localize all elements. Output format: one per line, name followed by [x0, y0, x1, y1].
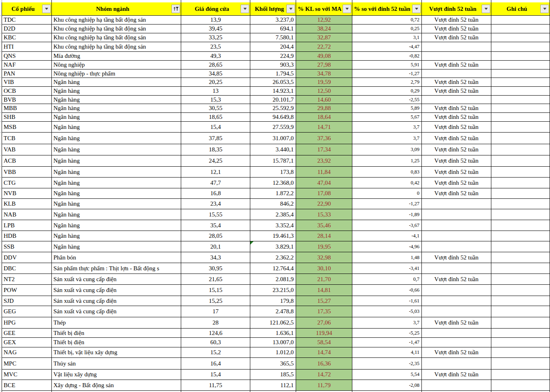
cell-peak_pct[interactable]: -0,66 — [352, 285, 422, 296]
cell-volume[interactable]: 2.362,2 — [250, 252, 296, 263]
cell-industry[interactable]: Ngân hàng — [52, 220, 181, 231]
header-cell-peak_pct[interactable]: % so với đỉnh 52 tuần — [352, 2, 422, 16]
cell-note[interactable] — [491, 252, 550, 263]
cell-volume[interactable]: 3.352,4 — [250, 220, 296, 231]
cell-volume[interactable]: 15.787,1 — [250, 155, 296, 167]
cell-peak_label[interactable] — [422, 380, 491, 391]
cell-close[interactable]: 16,4 — [181, 358, 250, 370]
cell-industry[interactable]: Sản phẩm thực phẩm : Thịt lợn - Bất động… — [52, 263, 181, 274]
cell-close[interactable]: 37,85 — [181, 133, 250, 144]
cell-volume[interactable]: 7.580,1 — [250, 33, 296, 42]
cell-volume[interactable]: 26.053,5 — [250, 78, 296, 87]
filter-dropdown-button-ticker[interactable] — [42, 5, 51, 13]
cell-close[interactable]: 30,55 — [181, 104, 250, 113]
filter-dropdown-button-peak_label[interactable] — [482, 5, 490, 13]
cell-peak_pct[interactable]: -1,27 — [352, 69, 422, 78]
cell-industry[interactable]: Thiết bị điện — [52, 329, 181, 338]
cell-industry[interactable]: Sản xuất và cung cấp điện — [52, 296, 181, 306]
cell-ticker[interactable]: NAB — [2, 209, 52, 220]
cell-peak_label[interactable] — [422, 69, 491, 78]
cell-peak_label[interactable] — [422, 263, 491, 274]
cell-industry[interactable]: Khu công nghiệp hạ tầng bất động sản — [52, 16, 181, 24]
cell-ticker[interactable]: ACB — [2, 155, 52, 167]
header-cell-volume[interactable]: Khối lượng — [250, 2, 296, 16]
cell-vol_ma_pct[interactable]: 19,59 — [296, 78, 352, 87]
cell-peak_label[interactable]: Vượt đỉnh 52 tuần — [422, 113, 491, 122]
cell-volume[interactable]: 185,5 — [250, 370, 296, 380]
cell-volume[interactable]: 903,3 — [250, 61, 296, 69]
cell-note[interactable] — [491, 285, 550, 296]
cell-peak_label[interactable]: Vượt đỉnh 52 tuần — [422, 347, 491, 358]
cell-vol_ma_pct[interactable]: 22,72 — [296, 42, 352, 52]
cell-industry[interactable]: Phân bón — [52, 252, 181, 263]
cell-vol_ma_pct[interactable]: 38,24 — [296, 24, 352, 33]
cell-close[interactable]: 35,4 — [181, 220, 250, 231]
cell-volume[interactable]: 12.368,0 — [250, 178, 296, 188]
cell-vol_ma_pct[interactable]: 37,36 — [296, 133, 352, 144]
cell-note[interactable] — [491, 199, 550, 209]
cell-peak_label[interactable] — [422, 241, 491, 252]
cell-volume[interactable]: 365,5 — [250, 358, 296, 370]
cell-industry[interactable]: Ngân hàng — [52, 113, 181, 122]
cell-peak_label[interactable] — [422, 52, 491, 61]
cell-note[interactable] — [491, 370, 550, 380]
cell-vol_ma_pct[interactable]: 17,34 — [296, 144, 352, 155]
cell-peak_pct[interactable]: -1,89 — [352, 209, 422, 220]
cell-vol_ma_pct[interactable]: 11,84 — [296, 167, 352, 178]
header-cell-vol_ma_pct[interactable]: % KL so với MA — [296, 2, 352, 16]
cell-industry[interactable]: Ngân hàng — [52, 133, 181, 144]
cell-vol_ma_pct[interactable]: 49,08 — [296, 52, 352, 61]
cell-industry[interactable]: Ngân hàng — [52, 122, 181, 133]
cell-vol_ma_pct[interactable]: 35,46 — [296, 220, 352, 231]
cell-ticker[interactable]: VAB — [2, 144, 52, 155]
cell-note[interactable] — [491, 329, 550, 338]
cell-close[interactable]: 21,65 — [181, 274, 250, 285]
cell-peak_label[interactable]: Vượt đỉnh 52 tuần — [422, 133, 491, 144]
cell-vol_ma_pct[interactable]: 11,79 — [296, 380, 352, 391]
cell-ticker[interactable]: KLB — [2, 199, 52, 209]
cell-peak_label[interactable]: Vượt đỉnh 52 tuần — [422, 61, 491, 69]
cell-peak_label[interactable] — [422, 329, 491, 338]
cell-peak_pct[interactable]: 0,29 — [352, 87, 422, 96]
cell-note[interactable] — [491, 306, 550, 317]
cell-industry[interactable]: Ngân hàng — [52, 231, 181, 241]
cell-note[interactable] — [491, 220, 550, 231]
cell-volume[interactable]: 2.478,8 — [250, 306, 296, 317]
cell-industry[interactable]: Khu công nghiệp hạ tầng bất động sản — [52, 42, 181, 52]
cell-volume[interactable]: 3.237,0 — [250, 16, 296, 24]
cell-peak_pct[interactable]: -4,1 — [352, 231, 422, 241]
cell-peak_pct[interactable]: -3,41 — [352, 263, 422, 274]
cell-peak_label[interactable] — [422, 209, 491, 220]
cell-peak_pct[interactable]: 0,7 — [352, 274, 422, 285]
cell-volume[interactable]: 1.012,0 — [250, 347, 296, 358]
cell-ticker[interactable]: MSB — [2, 122, 52, 133]
cell-peak_label[interactable] — [422, 231, 491, 241]
cell-ticker[interactable]: VBB — [2, 167, 52, 178]
cell-volume[interactable]: 2.385,4 — [250, 209, 296, 220]
cell-close[interactable]: 28 — [181, 317, 250, 329]
cell-peak_pct[interactable]: 3,1 — [352, 33, 422, 42]
cell-ticker[interactable]: CTG — [2, 178, 52, 188]
cell-volume[interactable]: 13.007,0 — [250, 338, 296, 347]
cell-note[interactable] — [491, 358, 550, 370]
cell-ticker[interactable]: NVB — [2, 188, 52, 199]
cell-ticker[interactable]: QNS — [2, 52, 52, 61]
cell-industry[interactable]: Thép — [52, 317, 181, 329]
cell-industry[interactable]: Ngân hàng — [52, 188, 181, 199]
cell-volume[interactable]: 31.007,0 — [250, 133, 296, 144]
cell-note[interactable] — [491, 69, 550, 78]
cell-close[interactable]: 11,75 — [181, 380, 250, 391]
header-cell-industry[interactable]: Nhóm ngành — [52, 2, 181, 16]
cell-peak_pct[interactable]: 3,7 — [352, 317, 422, 329]
cell-close[interactable]: 33,25 — [181, 33, 250, 42]
cell-industry[interactable]: Thiết bị điện — [52, 338, 181, 347]
cell-peak_pct[interactable]: -5,03 — [352, 306, 422, 317]
cell-vol_ma_pct[interactable]: 19,95 — [296, 241, 352, 252]
cell-vol_ma_pct[interactable]: 23,92 — [296, 155, 352, 167]
cell-peak_pct[interactable]: -2,55 — [352, 96, 422, 104]
cell-note[interactable] — [491, 16, 550, 24]
cell-close[interactable]: 18,65 — [181, 113, 250, 122]
cell-ticker[interactable]: GEG — [2, 306, 52, 317]
cell-volume[interactable]: 23.215,0 — [250, 285, 296, 296]
cell-volume[interactable]: 1.636,1 — [250, 329, 296, 338]
